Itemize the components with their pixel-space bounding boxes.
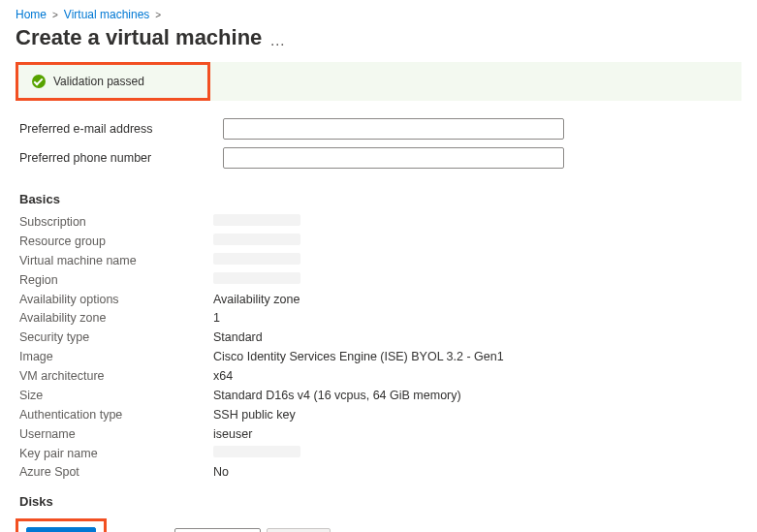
breadcrumb: Home > Virtual machines > bbox=[16, 8, 741, 21]
chevron-right-icon: > bbox=[155, 10, 161, 20]
summary-key: Key pair name bbox=[19, 446, 213, 462]
summary-value bbox=[213, 234, 300, 250]
summary-row: Resource group bbox=[19, 234, 741, 250]
summary-value: SSH public key bbox=[213, 407, 296, 423]
summary-row: VM architecturex64 bbox=[19, 368, 741, 385]
validation-banner: Validation passed bbox=[18, 65, 207, 98]
summary-value: 1 bbox=[213, 310, 220, 327]
summary-key: Security type bbox=[19, 329, 213, 346]
summary-value: Standard D16s v4 (16 vcpus, 64 GiB memor… bbox=[213, 388, 461, 404]
summary-value: Standard bbox=[213, 329, 263, 346]
summary-value: No bbox=[213, 464, 229, 481]
redacted-value bbox=[213, 214, 300, 226]
email-field[interactable] bbox=[223, 118, 564, 140]
summary-value bbox=[213, 214, 300, 231]
summary-row: SizeStandard D16s v4 (16 vcpus, 64 GiB m… bbox=[19, 388, 741, 404]
summary-key: Region bbox=[19, 272, 213, 289]
previous-button[interactable]: < Previous bbox=[174, 528, 261, 532]
breadcrumb-home[interactable]: Home bbox=[16, 8, 47, 21]
summary-key: Authentication type bbox=[19, 407, 213, 423]
summary-key: Image bbox=[19, 349, 213, 365]
validation-banner-extension bbox=[210, 62, 741, 101]
summary-row: Region bbox=[19, 272, 741, 289]
summary-key: Azure Spot bbox=[19, 464, 213, 481]
summary-value: Availability zone bbox=[213, 292, 300, 308]
email-label: Preferred e-mail address bbox=[19, 122, 223, 136]
summary-key: Availability zone bbox=[19, 310, 213, 327]
summary-value bbox=[213, 253, 300, 269]
summary-row: Availability optionsAvailability zone bbox=[19, 292, 741, 308]
chevron-right-icon: > bbox=[52, 10, 58, 20]
summary-key: VM architecture bbox=[19, 368, 213, 385]
summary-row: Availability zone1 bbox=[19, 310, 741, 327]
phone-label: Preferred phone number bbox=[19, 151, 223, 165]
summary-key: Size bbox=[19, 388, 213, 404]
check-circle-icon bbox=[32, 75, 46, 88]
summary-value bbox=[213, 446, 300, 462]
page-title: Create a virtual machine bbox=[16, 25, 262, 50]
next-button: Next > bbox=[267, 528, 331, 532]
summary-row: Virtual machine name bbox=[19, 253, 741, 269]
summary-value: x64 bbox=[213, 368, 233, 385]
summary-key: Username bbox=[19, 426, 213, 443]
summary-row: Authentication typeSSH public key bbox=[19, 407, 741, 423]
summary-row: Security typeStandard bbox=[19, 329, 741, 346]
validation-text: Validation passed bbox=[53, 75, 144, 88]
summary-key: Resource group bbox=[19, 234, 213, 250]
redacted-value bbox=[213, 272, 300, 284]
redacted-value bbox=[213, 446, 300, 457]
summary-row: Key pair name bbox=[19, 446, 741, 462]
summary-row: Subscription bbox=[19, 214, 741, 231]
more-actions-icon[interactable]: … bbox=[269, 32, 285, 49]
summary-row: Azure SpotNo bbox=[19, 464, 741, 481]
section-heading-basics: Basics bbox=[19, 192, 741, 206]
summary-key: Virtual machine name bbox=[19, 253, 213, 269]
summary-value: Cisco Identity Services Engine (ISE) BYO… bbox=[213, 349, 504, 365]
create-button[interactable]: Create bbox=[26, 527, 96, 532]
redacted-value bbox=[213, 234, 300, 245]
redacted-value bbox=[213, 253, 300, 265]
create-highlight: Create bbox=[16, 518, 107, 532]
summary-key: Availability options bbox=[19, 292, 213, 308]
summary-key: Subscription bbox=[19, 214, 213, 231]
summary-row: Usernameiseuser bbox=[19, 426, 741, 443]
validation-highlight: Validation passed bbox=[16, 62, 210, 101]
section-heading-disks: Disks bbox=[19, 494, 741, 509]
summary-value bbox=[213, 272, 300, 289]
summary-row: ImageCisco Identity Services Engine (ISE… bbox=[19, 349, 741, 365]
phone-field[interactable] bbox=[223, 147, 564, 169]
summary-value: iseuser bbox=[213, 426, 252, 443]
breadcrumb-virtual-machines[interactable]: Virtual machines bbox=[64, 8, 150, 21]
